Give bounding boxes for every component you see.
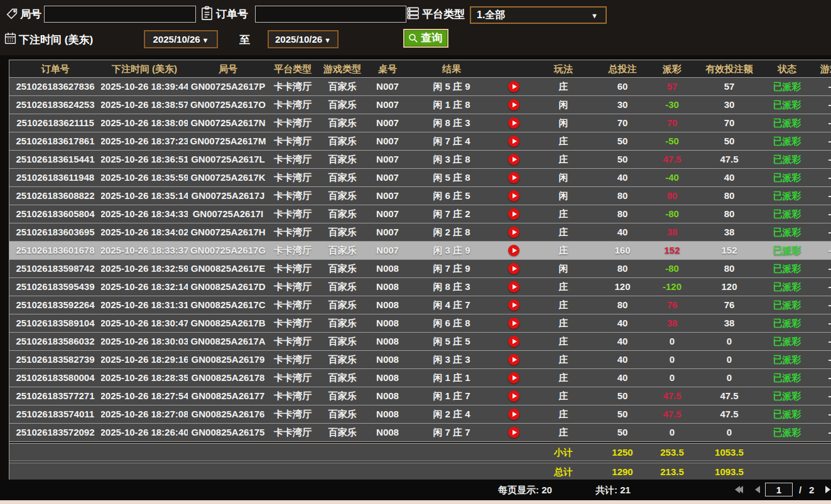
cell-payout: 152	[650, 242, 694, 259]
platform-type-select[interactable]: 1.全部	[470, 6, 607, 24]
play-icon[interactable]	[508, 409, 519, 420]
play-icon[interactable]	[508, 81, 519, 92]
cell-result: 闲 1 庄 8	[408, 96, 496, 114]
play-icon[interactable]	[508, 99, 519, 110]
table-row[interactable]: 2510261836211152025-10-26 18:38:09GN0072…	[9, 114, 831, 132]
game-no-input[interactable]	[44, 6, 196, 23]
bet-time-to-picker[interactable]: 2025/10/26	[268, 30, 339, 48]
cell-total-bet: 30	[595, 96, 650, 114]
cell-order-no: 251026183598742	[9, 260, 101, 277]
play-icon[interactable]	[508, 136, 519, 147]
table-row[interactable]: 2510261836154412025-10-26 18:36:51GN0072…	[9, 150, 831, 168]
cell-order-no: 251026183582739	[9, 351, 101, 368]
table-row[interactable]: 2510261836278362025-10-26 18:39:44GN0072…	[9, 77, 831, 95]
cell-platform-type: 卡卡湾厅	[268, 424, 317, 441]
cell-game: -	[810, 205, 831, 223]
table-row[interactable]: 2510261835954392025-10-26 18:32:14GN0082…	[9, 277, 831, 296]
cell-game: -	[810, 114, 831, 132]
table-row[interactable]: 2510261835860322025-10-26 18:30:03GN0082…	[9, 332, 831, 350]
cell-play-type: 庄	[532, 333, 595, 350]
play-icon[interactable]	[508, 318, 519, 329]
play-icon[interactable]	[508, 390, 519, 402]
col-game-type: 游戏类型	[317, 60, 367, 77]
play-icon[interactable]	[508, 154, 519, 165]
cell-result: 闲 3 庄 3	[408, 351, 496, 368]
next-page-icon[interactable]	[825, 486, 830, 493]
cell-game-type: 百家乐	[317, 387, 367, 405]
cell-play-type: 庄	[532, 242, 595, 259]
play-icon[interactable]	[508, 227, 519, 238]
bet-time-from-picker[interactable]: 2025/10/26	[144, 30, 218, 48]
table-row[interactable]: 2510261836178612025-10-26 18:37:23GN0072…	[9, 132, 831, 150]
play-icon[interactable]	[508, 263, 519, 274]
calendar-icon	[4, 31, 17, 45]
play-icon[interactable]	[508, 372, 519, 383]
table-row[interactable]: 2510261835987422025-10-26 18:32:59GN0082…	[9, 259, 831, 277]
table-row[interactable]: 2510261835772712025-10-26 18:27:54GN0082…	[9, 387, 831, 405]
page-number-input[interactable]	[765, 483, 793, 496]
play-icon[interactable]	[508, 117, 519, 129]
cell-order-no: 251026183589104	[9, 314, 101, 332]
play-icon[interactable]	[508, 208, 519, 220]
cell-payout: -120	[650, 278, 694, 296]
play-icon[interactable]	[508, 299, 519, 311]
col-play-type: 玩法	[532, 60, 595, 77]
table-row[interactable]: 2510261836058042025-10-26 18:34:33GN0072…	[9, 205, 831, 223]
play-icon[interactable]	[508, 336, 519, 347]
cell-game-type: 百家乐	[317, 260, 367, 277]
cell-result: 闲 6 庄 5	[408, 187, 496, 205]
cell-platform-type: 卡卡湾厅	[268, 242, 317, 259]
cell-game-no: GN00725A2617N	[188, 114, 268, 132]
cell-result: 闲 2 庄 8	[408, 223, 496, 241]
cell-table-no: N007	[367, 187, 408, 205]
table-row[interactable]: 2510261835891042025-10-26 18:30:47GN0082…	[9, 314, 831, 332]
cell-total-bet: 40	[595, 314, 650, 332]
table-row[interactable]: 2510261836016782025-10-26 18:33:37GN0072…	[9, 241, 831, 259]
cell-game: -	[810, 278, 831, 296]
cell-table-no: N007	[367, 169, 408, 186]
cell-status: 已派彩	[764, 78, 810, 95]
prev-page-icon[interactable]	[755, 486, 760, 493]
cell-play	[496, 78, 532, 95]
cell-valid-bet: 40	[694, 169, 764, 186]
cell-result: 闲 8 庄 3	[408, 114, 496, 132]
table-row[interactable]: 2510261836036952025-10-26 18:34:02GN0072…	[9, 223, 831, 241]
play-icon[interactable]	[508, 281, 519, 292]
order-no-input[interactable]	[255, 6, 406, 23]
play-icon[interactable]	[508, 245, 519, 256]
cell-valid-bet: 57	[694, 78, 764, 95]
cell-platform-type: 卡卡湾厅	[268, 132, 317, 150]
cell-total-bet: 80	[595, 187, 650, 205]
cell-order-no: 251026183615441	[9, 151, 101, 168]
cell-game-no: GN00725A2617K	[188, 169, 268, 186]
game-no-label: 局号	[20, 7, 41, 21]
play-icon[interactable]	[508, 354, 519, 365]
cell-game-type: 百家乐	[317, 333, 367, 350]
table-row[interactable]: 2510261836088222025-10-26 18:35:14GN0072…	[9, 186, 831, 205]
cell-bet-time: 2025-10-26 18:28:35	[101, 369, 188, 387]
cell-game: -	[810, 242, 831, 259]
query-button[interactable]: 查询	[403, 29, 448, 48]
play-icon[interactable]	[508, 190, 519, 201]
table-row[interactable]: 2510261835827392025-10-26 18:29:16GN0082…	[9, 350, 831, 368]
table-row[interactable]: 2510261835922642025-10-26 18:31:31GN0082…	[9, 296, 831, 314]
cell-table-no: N007	[367, 114, 408, 132]
play-icon[interactable]	[508, 427, 519, 438]
cell-table-no: N008	[367, 296, 408, 314]
col-table-no: 桌号	[367, 60, 408, 77]
table-row[interactable]: 2510261835740112025-10-26 18:27:08GN0082…	[9, 405, 831, 423]
cell-game: -	[810, 424, 831, 441]
cell-status: 已派彩	[764, 333, 810, 350]
bet-records-table: 订单号 下注时间 (美东) 局号 平台类型 游戏类型 桌号 结果 玩法 总投注 …	[9, 60, 831, 481]
first-page-icon[interactable]	[735, 486, 743, 493]
table-row[interactable]: 2510261836119482025-10-26 18:35:59GN0072…	[9, 168, 831, 186]
cell-game-type: 百家乐	[317, 96, 367, 114]
cell-platform-type: 卡卡湾厅	[268, 278, 317, 296]
cell-total-bet: 50	[595, 405, 650, 423]
play-icon[interactable]	[508, 172, 519, 183]
cell-payout: -80	[650, 205, 694, 223]
table-row[interactable]: 2510261835720922025-10-26 18:26:40GN0082…	[9, 423, 831, 441]
table-row[interactable]: 2510261836242532025-10-26 18:38:57GN0072…	[9, 95, 831, 114]
table-row[interactable]: 2510261835800042025-10-26 18:28:35GN0082…	[9, 368, 831, 387]
cell-payout: 0	[650, 424, 694, 441]
